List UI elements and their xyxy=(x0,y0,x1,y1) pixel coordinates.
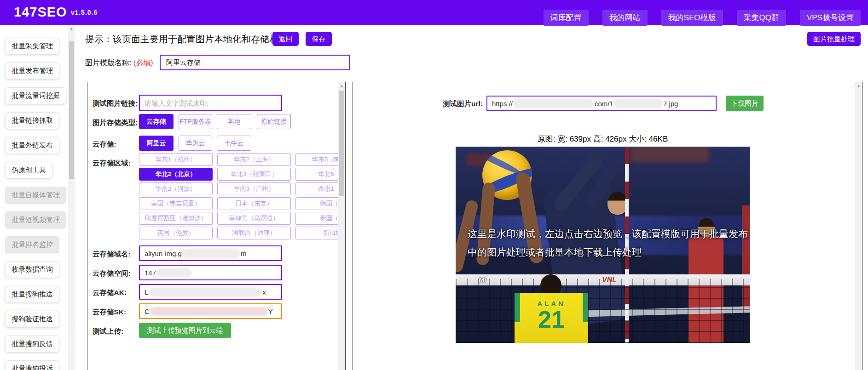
net-mesh xyxy=(456,279,750,343)
ak-value-prefix: L xyxy=(145,288,148,296)
sidebar-item-sogou-feedback[interactable]: 批量搜狗反馈 xyxy=(5,336,59,353)
required-mark: (必填) xyxy=(133,59,153,67)
sidebar-item-backlink[interactable]: 批量外链发布 xyxy=(5,137,59,154)
page-tip: 提示：该页面主要用于配置图片本地化和存储相关 xyxy=(85,33,288,46)
region-huabei2-selected[interactable]: 华北2（北京） xyxy=(139,168,213,181)
storage-type-label: 图片存储类型: xyxy=(93,118,138,128)
domain-value-prefix: aliyun-img.g xyxy=(145,250,182,257)
bucket-input[interactable]: 147 xyxy=(139,265,282,280)
region-label: 云存储区域: xyxy=(93,159,131,168)
region-uk-london[interactable]: 英国（伦敦） xyxy=(139,227,213,239)
left-panel-scrollbar[interactable]: ▲ xyxy=(338,82,345,370)
scroll-up-icon[interactable]: ▲ xyxy=(68,26,75,32)
ak-input[interactable]: Lx xyxy=(139,284,282,300)
domain-input[interactable]: aliyun-img.gm xyxy=(139,245,282,261)
watermark-line1: 这里是水印测试，左边点击右边预览，该配置模版可用于批量发布 xyxy=(468,228,748,240)
left-panel-scrollbar-thumb[interactable] xyxy=(339,91,344,196)
vendor-aliyun[interactable]: 阿里云 xyxy=(139,136,174,151)
main-scrollbar[interactable]: ▲ xyxy=(68,25,75,370)
image-batch-button[interactable]: 图片批量处理 xyxy=(807,32,861,46)
region-us-virginia[interactable]: 美国（弗吉尼亚） xyxy=(139,197,213,210)
domain-value-suffix: m xyxy=(241,250,247,257)
bucket-label: 云存储空间: xyxy=(93,269,131,279)
region-huanan2[interactable]: 华南2（河源） xyxy=(139,182,213,195)
region-huadong2[interactable]: 华东2（上海） xyxy=(217,153,291,166)
sidebar-item-rank-monitor: 批量排名监控 xyxy=(5,236,59,253)
download-image-button[interactable]: 下载图片 xyxy=(726,96,764,111)
preview-panel: 测试图片url: https://com/17.jpg 下载图片 原图: 宽: … xyxy=(353,82,862,370)
sidebar: 批量采集管理 批量发布管理 批量流量词挖掘 批量链接抓取 批量外链发布 伪原创工… xyxy=(0,25,68,370)
test-url-input[interactable]: https://com/17.jpg xyxy=(486,96,717,111)
region-huanan3[interactable]: 华南3（广州） xyxy=(217,182,291,195)
topbar-nav: 词库配置 我的网站 我的SEO模版 采集QQ群 VPS拨号设置 xyxy=(544,10,861,26)
preview-image: 22 Mi VNL ALAN 21 这里是水印测试，左边点击右边预览，该配置模版… xyxy=(456,147,750,343)
template-name-input[interactable] xyxy=(160,55,350,70)
save-button[interactable]: 保存 xyxy=(306,32,332,46)
app-window: 147SEOv1.5.0.6 词库配置 我的网站 我的SEO模版 采集QQ群 V… xyxy=(0,0,868,370)
nav-item-vps-dial[interactable]: VPS拨号设置 xyxy=(800,10,861,26)
url-mid: com/1 xyxy=(595,100,613,108)
test-upload-label: 测试上传: xyxy=(93,327,123,336)
test-image-link-input[interactable] xyxy=(139,95,282,111)
redacted-text xyxy=(515,101,593,107)
redacted-text xyxy=(615,101,661,107)
nav-item-thesaurus[interactable]: 词库配置 xyxy=(544,10,589,26)
main-scrollbar-thumb[interactable] xyxy=(69,41,74,179)
brand-text: 147SEO xyxy=(14,5,67,19)
sidebar-item-keyword-mining[interactable]: 批量流量词挖掘 xyxy=(5,87,66,104)
ak-value-suffix: x xyxy=(262,288,266,296)
sidebar-item-collect[interactable]: 批量采集管理 xyxy=(5,38,59,55)
template-name-label-text: 图片模版名称: xyxy=(85,59,131,67)
domain-label: 云存储域名: xyxy=(93,250,131,259)
nav-item-qq-group[interactable]: 采集QQ群 xyxy=(737,10,786,26)
nav-item-my-seo-templates[interactable]: 我的SEO模版 xyxy=(661,10,723,26)
sidebar-item-media-manage: 批量自媒体管理 xyxy=(5,187,66,204)
scroll-up-icon[interactable]: ▲ xyxy=(855,83,862,89)
right-panel-scrollbar[interactable]: ▲ xyxy=(855,82,862,370)
watermark-line2: 中的图片处理或者批量本地下载上传处理 xyxy=(468,246,642,259)
storage-type-original[interactable]: 原始链接 xyxy=(257,114,291,129)
storage-config-panel: 测试图片链接: 图片存储类型: 云存储 FTP服务器 本地 原始链接 云存储: … xyxy=(87,82,346,370)
region-uae-dubai[interactable]: 阿联酋（迪拜） xyxy=(217,227,291,239)
back-button[interactable]: 返回 xyxy=(272,32,299,46)
storage-type-ftp[interactable]: FTP服务器 xyxy=(179,114,212,129)
brand-logo: 147SEOv1.5.0.6 xyxy=(14,5,98,20)
scroll-up-icon[interactable]: ▲ xyxy=(338,83,345,89)
nav-item-my-sites[interactable]: 我的网站 xyxy=(602,10,648,26)
original-image-meta: 原图: 宽: 639px 高: 426px 大小: 46KB xyxy=(456,134,750,144)
redacted-text xyxy=(151,308,266,314)
sidebar-item-link-grab[interactable]: 批量链接抓取 xyxy=(5,112,59,129)
sk-value-suffix: Y xyxy=(268,307,273,315)
region-huabei3[interactable]: 华北3（张家口） xyxy=(217,168,291,181)
cloud-vendor-label: 云存储: xyxy=(93,140,116,149)
storage-type-cloud[interactable]: 云存储 xyxy=(139,114,174,129)
url-suffix: 7.jpg xyxy=(663,100,678,108)
sidebar-item-sogou-push[interactable]: 批量搜狗推送 xyxy=(5,286,59,303)
sk-label: 云存储SK: xyxy=(93,307,126,317)
region-indonesia[interactable]: 印度尼西亚（雅加达） xyxy=(139,212,213,225)
redacted-text xyxy=(184,250,239,256)
sidebar-item-sogou-complaint[interactable]: 批量搜狗投诉 xyxy=(5,360,59,370)
ak-label: 云存储AK: xyxy=(93,288,127,298)
region-huadong1[interactable]: 华东1（杭州） xyxy=(139,153,213,166)
test-url-label: 测试图片url: xyxy=(353,99,483,109)
sidebar-item-rewrite-tool[interactable]: 伪原创工具 xyxy=(5,162,52,179)
sk-value-prefix: C xyxy=(145,307,150,315)
sidebar-item-short-video: 批量短视频管理 xyxy=(5,211,66,228)
storage-type-local[interactable]: 本地 xyxy=(217,114,251,129)
region-japan-tokyo[interactable]: 日本（东京） xyxy=(217,197,291,210)
redacted-text xyxy=(150,289,260,295)
vendor-huawei[interactable]: 华为云 xyxy=(179,136,212,151)
vendor-qiniu[interactable]: 七牛云 xyxy=(217,136,251,151)
test-upload-button[interactable]: 测试上传预览图片到云端 xyxy=(139,323,231,338)
redacted-text xyxy=(158,270,190,276)
test-image-link-label: 测试图片链接: xyxy=(93,99,138,108)
sidebar-item-publish[interactable]: 批量发布管理 xyxy=(5,63,59,80)
sidebar-item-index-query[interactable]: 收录数据查询 xyxy=(5,261,59,278)
brand-version: v1.5.0.6 xyxy=(71,9,98,16)
sidebar-item-sogou-verify-push[interactable]: 搜狗验证推送 xyxy=(5,311,59,328)
arena-light-blob xyxy=(631,147,709,162)
region-philippines[interactable]: 菲律宾（马尼拉） xyxy=(217,212,291,225)
sk-input-focused[interactable]: CY xyxy=(139,303,282,319)
template-name-label: 图片模版名称: (必填) xyxy=(85,58,153,68)
